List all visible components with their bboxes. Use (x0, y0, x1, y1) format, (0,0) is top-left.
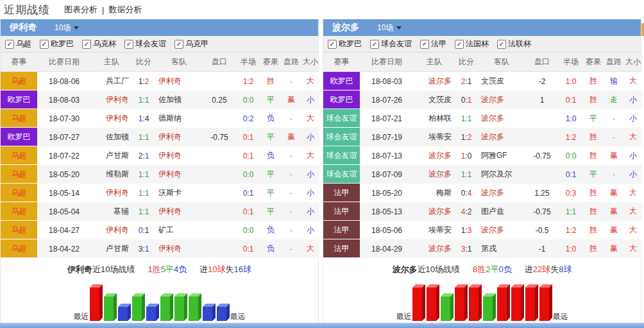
data-analysis-link[interactable]: 数据分析 (108, 4, 142, 15)
away-team: 第戎 (478, 239, 525, 258)
full-score: 1:1 (132, 165, 155, 184)
record-segment: 4负 (174, 264, 187, 274)
home-team: 梅斯 (414, 184, 455, 202)
match-result: 平 (583, 165, 604, 184)
checkbox-checked-icon: ✓ (5, 40, 14, 49)
competition-badge: 乌超 (1, 184, 37, 202)
handicap-line: 1.25 (525, 184, 559, 202)
over-under-result: 小 (624, 165, 642, 184)
column-header: 主队 (91, 53, 132, 72)
full-score: 1:1 (132, 128, 155, 146)
competition-cell: 球会友谊 (323, 165, 360, 184)
handicap-result: 输 (604, 72, 624, 91)
chart-analysis-link[interactable]: 图表分析 (64, 4, 97, 15)
handicap-line: 1 (525, 91, 559, 109)
full-score: 1:1 (132, 184, 155, 202)
column-header: 盘口 (203, 53, 236, 72)
home-team: 卢甘斯 (91, 146, 132, 165)
match-result: 胜 (583, 72, 604, 91)
checkbox-checked-icon: ✓ (370, 40, 379, 49)
summary-suffix: 近10场战绩 (418, 264, 460, 275)
record-segment: 0负 (499, 264, 512, 274)
goals-segment: 进 (199, 264, 208, 274)
summary-team-name: 波尔多 (393, 264, 418, 275)
handicap-result: 赢 (604, 184, 624, 202)
over-under-result: 小 (624, 109, 642, 128)
match-result: 胜 (583, 221, 604, 239)
away-goals: 1 (145, 245, 149, 254)
filter-法国杯[interactable]: ✓法国杯 (455, 39, 489, 49)
bar-side (156, 304, 159, 321)
filter-法甲[interactable]: ✓法甲 (420, 39, 446, 49)
checkbox-checked-icon: ✓ (455, 40, 464, 49)
full-score: 1:2 (132, 72, 155, 91)
match-row: 乌超18-04-22卢甘斯3:1伊利奇0:1负-大 (1, 239, 319, 258)
competition-cell: 乌超 (1, 109, 37, 128)
home-team: 埃蒂安 (414, 221, 455, 239)
competition-badge: 球会友谊 (323, 165, 360, 183)
competition-badge: 法甲 (323, 239, 360, 257)
match-row: 乌超18-07-30伊利奇1:4德斯纳0:2负-大 (1, 109, 319, 128)
competition-badge: 球会友谊 (323, 109, 360, 127)
filter-欧罗巴[interactable]: ✓欧罗巴 (328, 39, 362, 49)
handicap-result: - (281, 109, 301, 128)
filter-label: 法联杯 (508, 39, 531, 49)
games-count-label: 10场 (55, 22, 71, 33)
bar-side (507, 284, 510, 321)
summary-record: 8胜2平0负 (473, 264, 512, 275)
match-result: 胜 (583, 128, 604, 146)
filter-球会友谊[interactable]: ✓球会友谊 (124, 39, 166, 49)
over-under-result: 大 (301, 109, 319, 128)
result-bar (455, 284, 468, 321)
home-team: 波尔多 (414, 146, 455, 165)
match-result: 平 (260, 165, 281, 184)
filter-球会友谊[interactable]: ✓球会友谊 (370, 39, 412, 49)
half-time-score: 0:0 (236, 91, 260, 109)
handicap-line (525, 109, 559, 128)
competition-cell: 法甲 (323, 202, 360, 221)
away-team: 伊利奇 (155, 239, 203, 258)
column-header: 赛果 (260, 53, 281, 72)
filter-乌克甲[interactable]: ✓乌克甲 (174, 39, 208, 49)
bar-side (170, 293, 173, 321)
bar-side (226, 304, 230, 321)
column-header: 客队 (478, 53, 525, 72)
filter-法联杯[interactable]: ✓法联杯 (497, 39, 531, 49)
competition-badge: 乌超 (1, 109, 37, 127)
full-score: 1:2 (455, 128, 478, 146)
team-name: 伊利奇 (10, 22, 37, 33)
games-count-dropdown[interactable]: 10场 (377, 22, 402, 33)
result-bar (217, 303, 230, 321)
handicap-result: 赢 (604, 202, 624, 221)
away-team: 伊利奇 (155, 128, 203, 146)
over-under-result: 小 (301, 202, 319, 221)
home-team: 波尔多 (414, 165, 455, 184)
home-team: 伊利奇 (91, 184, 132, 202)
full-score: 4:2 (455, 202, 478, 221)
filter-乌超[interactable]: ✓乌超 (5, 39, 31, 49)
competition-badge: 乌超 (1, 72, 37, 90)
handicap-result: 赢 (604, 146, 624, 165)
competition-cell: 法甲 (323, 239, 360, 258)
table-header-row: 赛事比赛日期主队比分客队盘口半场赛果盘路大小 (323, 53, 642, 72)
chevron-down-icon (74, 26, 79, 30)
games-count-dropdown[interactable]: 10场 (55, 22, 79, 33)
result-bar (427, 284, 439, 321)
competition-cell: 乌超 (1, 146, 37, 165)
competition-cell: 欧罗巴 (1, 91, 37, 109)
result-bar (497, 284, 510, 321)
bar-side (114, 293, 117, 321)
away-goals: 3 (468, 226, 472, 235)
handicap-result: - (281, 165, 301, 184)
filter-乌克杯[interactable]: ✓乌克杯 (82, 39, 116, 49)
filter-欧罗巴[interactable]: ✓欧罗巴 (40, 39, 74, 49)
competition-cell: 乌超 (1, 72, 37, 91)
column-header: 比赛日期 (360, 53, 414, 72)
match-result: 平 (260, 184, 281, 202)
half-time-score: 0:1 (236, 146, 260, 165)
away-team: 波尔多 (478, 128, 525, 146)
result-bar (441, 293, 453, 321)
page-header: 近期战绩 图表分析 | 数据分析 (0, 0, 644, 19)
result-bar (189, 293, 201, 321)
match-date: 18-07-27 (37, 128, 91, 146)
